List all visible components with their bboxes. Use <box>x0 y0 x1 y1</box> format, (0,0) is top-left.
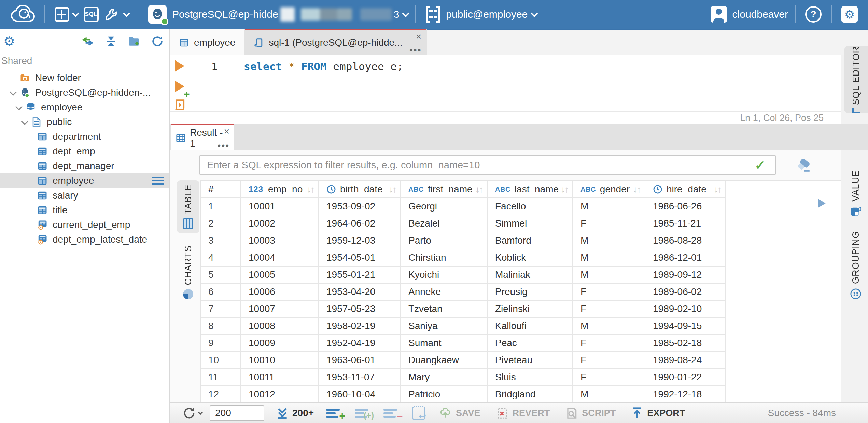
data-cell[interactable]: Koblick <box>488 249 573 267</box>
data-cell[interactable]: Duangkaew <box>401 352 488 369</box>
data-cell[interactable]: 10006 <box>241 284 319 301</box>
data-cell[interactable]: 1958-02-19 <box>319 318 401 335</box>
add-row-button[interactable]: + <box>326 409 340 418</box>
data-cell[interactable]: M <box>573 249 645 267</box>
data-cell[interactable]: M <box>573 386 645 402</box>
data-cell[interactable]: 10004 <box>241 249 319 267</box>
row-limit-input[interactable] <box>210 405 264 421</box>
data-cell[interactable]: Bezalel <box>401 215 488 232</box>
tab-value-viewer[interactable]: VALUE <box>843 170 868 221</box>
tree-item-dept_emp_latest_date[interactable]: dept_emp_latest_date <box>0 232 169 247</box>
new-connection-button[interactable] <box>55 7 78 22</box>
data-cell[interactable]: 1953-04-20 <box>319 284 401 301</box>
data-cell[interactable]: Mary <box>401 369 488 386</box>
data-cell[interactable]: Patricio <box>401 386 488 402</box>
data-cell[interactable]: 1959-12-03 <box>319 232 401 249</box>
data-cell[interactable]: 1985-11-21 <box>645 215 726 232</box>
table-row[interactable]: 11100111953-11-07MarySluisF1990-01-22 <box>201 369 841 386</box>
link-with-editor-icon[interactable] <box>81 35 94 48</box>
data-cell[interactable]: 1957-05-23 <box>319 301 401 318</box>
data-cell[interactable]: Kyoichi <box>401 267 488 284</box>
data-cell[interactable]: Preusig <box>488 284 573 301</box>
user-menu[interactable]: cloudbeaver <box>711 6 788 23</box>
data-cell[interactable]: 1955-01-21 <box>319 267 401 284</box>
column-header-last_name[interactable]: ABClast_name↓↑ <box>488 181 573 198</box>
table-row[interactable]: 12100121960-10-04PatricioBridglandM1992-… <box>201 386 841 402</box>
tab-sql-1[interactable]: sql-1 (PostgreSQL@ep-hidde... × ••• <box>245 29 427 55</box>
data-cell[interactable]: M <box>573 318 645 335</box>
data-cell[interactable]: F <box>573 352 645 369</box>
tree-item-dept_manager[interactable]: dept_manager <box>0 159 169 173</box>
data-cell[interactable]: 10003 <box>241 232 319 249</box>
data-cell[interactable]: 1985-02-18 <box>645 335 726 352</box>
table-row[interactable]: 3100031959-12-03PartoBamfordM1986-08-28 <box>201 232 841 249</box>
data-cell[interactable]: 1964-06-02 <box>319 215 401 232</box>
help-button[interactable]: ? <box>805 6 822 23</box>
data-cell[interactable]: 10011 <box>241 369 319 386</box>
execute-query-button[interactable] <box>175 60 184 72</box>
item-menu-icon[interactable] <box>152 177 164 185</box>
data-cell[interactable]: Bridgland <box>488 386 573 402</box>
expand-chevron-icon[interactable] <box>14 101 25 113</box>
data-cell[interactable]: 1994-09-15 <box>645 318 726 335</box>
data-cell[interactable]: 1960-10-04 <box>319 386 401 402</box>
data-cell[interactable]: Facello <box>488 198 573 215</box>
data-cell[interactable]: 1963-06-01 <box>319 352 401 369</box>
sql-editor-button[interactable]: SQL <box>84 7 99 22</box>
sidebar-settings-icon[interactable]: ⚙ <box>3 35 15 48</box>
table-row[interactable]: 6100061953-04-20AnnekePreusigF1989-06-02 <box>201 284 841 301</box>
settings-button[interactable]: ⚙ <box>841 6 858 23</box>
clear-filter-icon[interactable] <box>797 159 811 174</box>
tab-table-view[interactable]: TABLE <box>177 180 199 233</box>
data-cell[interactable]: Peac <box>488 335 573 352</box>
data-cell[interactable]: 1992-12-18 <box>645 386 726 402</box>
data-cell[interactable]: F <box>573 284 645 301</box>
filter-input[interactable] <box>199 155 776 175</box>
data-cell[interactable]: F <box>573 301 645 318</box>
tab-employee[interactable]: employee <box>170 29 245 55</box>
driver-tools-button[interactable] <box>104 6 129 22</box>
data-cell[interactable]: Maliniak <box>488 267 573 284</box>
tab-result-1[interactable]: Result - 1 × ••• <box>171 124 234 150</box>
data-cell[interactable]: 1989-06-02 <box>645 284 726 301</box>
refresh-icon[interactable] <box>151 35 164 48</box>
column-header-first_name[interactable]: ABCfirst_name↓↑ <box>401 181 488 198</box>
data-cell[interactable]: 1986-08-28 <box>645 232 726 249</box>
duplicate-row-button[interactable]: (+) <box>355 409 368 418</box>
script-button[interactable]: SCRIPT <box>565 407 616 420</box>
data-cell[interactable]: 10009 <box>241 335 319 352</box>
collapse-all-icon[interactable] <box>104 35 117 48</box>
save-button[interactable]: SAVE <box>439 407 480 420</box>
table-row[interactable]: 9100091952-04-19SumantPeacF1985-02-18 <box>201 335 841 352</box>
expand-chevron-icon[interactable] <box>8 87 19 98</box>
sort-icon[interactable]: ↓↑ <box>633 184 641 195</box>
tree-item-postgresql-ep-hidden-[interactable]: PostgreSQL@ep-hidden-... <box>0 85 169 100</box>
data-cell[interactable]: Sluis <box>488 369 573 386</box>
table-row[interactable]: 5100051955-01-21KyoichiMaliniakM1989-09-… <box>201 267 841 284</box>
column-header-gender[interactable]: ABCgender↓↑ <box>573 181 645 198</box>
data-cell[interactable]: Saniya <box>401 318 488 335</box>
close-icon[interactable]: × <box>224 126 229 137</box>
data-cell[interactable]: Sumant <box>401 335 488 352</box>
sort-icon[interactable]: ↓↑ <box>389 184 396 195</box>
sort-icon[interactable]: ↓↑ <box>475 184 483 195</box>
data-cell[interactable]: Anneke <box>401 284 488 301</box>
tab-sql-editor-rail[interactable]: SQL EDITOR <box>844 46 868 113</box>
tree-item-title[interactable]: title <box>0 203 169 217</box>
table-row[interactable]: 8100081958-02-19SaniyaKalloufiM1994-09-1… <box>201 318 841 335</box>
data-cell[interactable]: M <box>573 232 645 249</box>
data-cell[interactable]: 1986-12-01 <box>645 249 726 267</box>
data-cell[interactable]: Georgi <box>401 198 488 215</box>
column-header-emp_no[interactable]: 123emp_no↓↑ <box>241 181 319 198</box>
sort-icon[interactable]: ↓↑ <box>307 184 314 195</box>
fetch-more-button[interactable]: 200+ <box>276 406 314 420</box>
data-cell[interactable]: M <box>573 267 645 284</box>
execute-script-button[interactable] <box>174 99 187 112</box>
data-cell[interactable]: Zielinski <box>488 301 573 318</box>
data-cell[interactable]: 1953-09-02 <box>319 198 401 215</box>
expand-chevron-icon[interactable] <box>19 116 31 128</box>
data-cell[interactable]: 1952-04-19 <box>319 335 401 352</box>
table-row[interactable]: 4100041954-05-01ChirstianKoblickM1986-12… <box>201 249 841 267</box>
sql-code-input[interactable]: select * FROM employee e; <box>238 55 841 111</box>
execute-new-tab-button[interactable] <box>175 81 184 92</box>
